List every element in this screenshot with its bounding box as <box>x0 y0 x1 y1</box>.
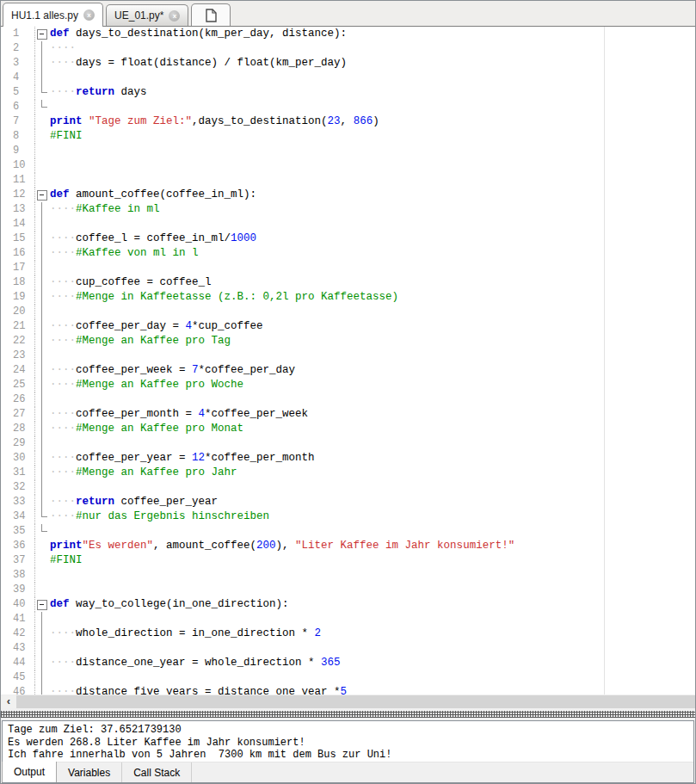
tab-hu1-1-alles-py[interactable]: HU1.1 alles.pyx <box>3 3 103 27</box>
code-line[interactable]: 25····#Menge an Kaffee pro Woche <box>1 378 695 392</box>
code-text: ····return coffee_per_year <box>49 495 218 509</box>
code-line[interactable]: 40def way_to_college(in_one_direction): <box>1 597 695 612</box>
line-number: 1 <box>1 27 35 41</box>
panel-splitter[interactable] <box>1 708 695 720</box>
code-line[interactable]: 33····return coffee_per_year <box>1 495 695 509</box>
scrollbar-track[interactable] <box>16 695 695 708</box>
code-line[interactable]: 45 <box>1 670 695 685</box>
code-text <box>49 100 50 114</box>
code-line[interactable]: 7print "Tage zum Ziel:",days_to_destinat… <box>1 114 695 129</box>
code-line[interactable]: 1def days_to_destination(km_per_day, dis… <box>1 27 695 41</box>
code-text: ····cup_coffee = coffee_l <box>49 275 212 290</box>
code-line[interactable]: 8#FINI <box>1 129 695 144</box>
fold-marker-icon[interactable] <box>35 27 49 41</box>
fold-marker-icon[interactable] <box>35 597 49 612</box>
fold-margin <box>35 144 49 158</box>
code-line[interactable]: 41 <box>1 612 695 627</box>
line-number: 41 <box>1 612 35 627</box>
code-line[interactable]: 14 <box>1 217 695 231</box>
output-text: Tage zum Ziel: 37.6521739130Es werden 26… <box>3 721 693 762</box>
code-line[interactable]: 43 <box>1 641 695 656</box>
tab-new-file[interactable] <box>191 3 231 26</box>
scroll-left-arrow-icon[interactable]: ‹ <box>1 695 16 708</box>
code-line[interactable]: 13····#Kaffee in ml <box>1 202 695 217</box>
code-line[interactable]: 2···· <box>1 41 695 56</box>
tab-ue-01-py[interactable]: UE_01.py*x <box>106 4 188 26</box>
code-line[interactable]: 37#FINI <box>1 553 695 568</box>
line-number: 35 <box>1 524 35 539</box>
code-line[interactable]: 9 <box>1 144 695 158</box>
fold-margin <box>35 129 49 144</box>
code-line[interactable]: 38 <box>1 568 695 583</box>
fold-marker-icon <box>35 334 49 349</box>
line-number: 40 <box>1 597 35 612</box>
code-line[interactable]: 20 <box>1 305 695 319</box>
fold-margin <box>35 173 49 188</box>
fold-marker-icon <box>35 290 49 305</box>
fold-margin <box>35 114 49 129</box>
fold-marker-icon <box>35 627 49 641</box>
code-line[interactable]: 23 <box>1 349 695 363</box>
fold-marker-icon[interactable] <box>35 188 49 202</box>
code-line[interactable]: 5····return days <box>1 85 695 100</box>
line-number: 9 <box>1 144 35 158</box>
fold-marker-icon <box>35 85 49 100</box>
line-number: 14 <box>1 217 35 231</box>
code-text: ····return days <box>49 85 147 100</box>
editor-horizontal-scrollbar[interactable]: ‹ <box>1 694 695 708</box>
code-line[interactable]: 35 <box>1 524 695 539</box>
editor-tab-bar: HU1.1 alles.pyxUE_01.py*x <box>1 1 695 27</box>
code-text <box>49 568 50 583</box>
code-line[interactable]: 4 <box>1 71 695 85</box>
code-line[interactable]: 12def amount_coffee(coffee_in_ml): <box>1 188 695 202</box>
code-line[interactable]: 39 <box>1 583 695 597</box>
tab-close-icon[interactable]: x <box>169 10 180 22</box>
line-number: 19 <box>1 290 35 305</box>
bottom-tab-call-stack[interactable]: Call Stack <box>122 762 192 782</box>
code-line[interactable]: 6 <box>1 100 695 114</box>
code-line[interactable]: 10 <box>1 158 695 173</box>
code-text: ····coffee_per_month = 4*coffee_per_week <box>49 407 308 422</box>
code-line[interactable]: 19····#Menge in Kaffeetasse (z.B.: 0,2l … <box>1 290 695 305</box>
code-line[interactable]: 46····distance_five_years = distance_one… <box>1 685 695 694</box>
code-line[interactable]: 34····#nur das Ergebnis hinschreiben <box>1 509 695 524</box>
code-text <box>49 305 50 319</box>
fold-marker-icon <box>35 202 49 217</box>
code-line[interactable]: 36print"Es werden", amount_coffee(200), … <box>1 539 695 553</box>
code-line[interactable]: 11 <box>1 173 695 188</box>
code-line[interactable]: 16····#Kaffee von ml in l <box>1 246 695 261</box>
code-line[interactable]: 44····distance_one_year = whole_directio… <box>1 656 695 670</box>
code-line[interactable]: 24····coffee_per_week = 7*coffee_per_day <box>1 363 695 378</box>
code-line[interactable]: 29 <box>1 436 695 451</box>
line-number: 3 <box>1 56 35 71</box>
code-line[interactable]: 28····#Menge an Kaffee pro Monat <box>1 422 695 436</box>
output-line: Tage zum Ziel: 37.6521739130 <box>8 724 688 737</box>
tab-close-icon[interactable]: x <box>83 9 95 21</box>
code-line[interactable]: 18····cup_coffee = coffee_l <box>1 275 695 290</box>
code-line[interactable]: 15····coffee_l = coffee_in_ml/1000 <box>1 231 695 246</box>
code-text: ····whole_direction = in_one_direction *… <box>49 627 321 641</box>
code-line[interactable]: 21····coffee_per_day = 4*cup_coffee <box>1 319 695 334</box>
bottom-tab-variables[interactable]: Variables <box>57 762 122 782</box>
code-line[interactable]: 3····days = float(distance) / float(km_p… <box>1 56 695 71</box>
line-number: 38 <box>1 568 35 583</box>
code-line[interactable]: 17 <box>1 261 695 275</box>
code-line[interactable]: 31····#Menge an Kaffee pro Jahr <box>1 466 695 480</box>
code-text <box>49 641 50 656</box>
code-line[interactable]: 30····coffee_per_year = 12*coffee_per_mo… <box>1 451 695 466</box>
code-text: def amount_coffee(coffee_in_ml): <box>49 188 256 202</box>
code-text: ····#Menge an Kaffee pro Woche <box>49 378 243 392</box>
code-line[interactable]: 22····#Menge an Kaffee pro Tag <box>1 334 695 349</box>
bottom-tab-output[interactable]: Output <box>2 762 57 782</box>
tab-label: UE_01.py* <box>114 9 163 22</box>
code-line[interactable]: 32 <box>1 480 695 495</box>
code-line[interactable]: 42····whole_direction = in_one_direction… <box>1 627 695 641</box>
fold-marker-icon <box>35 670 49 685</box>
code-line[interactable]: 27····coffee_per_month = 4*coffee_per_we… <box>1 407 695 422</box>
code-editor[interactable]: 1def days_to_destination(km_per_day, dis… <box>1 27 695 694</box>
line-number: 27 <box>1 407 35 422</box>
fold-marker-icon <box>35 231 49 246</box>
code-line[interactable]: 26 <box>1 392 695 407</box>
fold-marker-icon <box>35 56 49 71</box>
code-text: ····#Kaffee in ml <box>49 202 160 217</box>
